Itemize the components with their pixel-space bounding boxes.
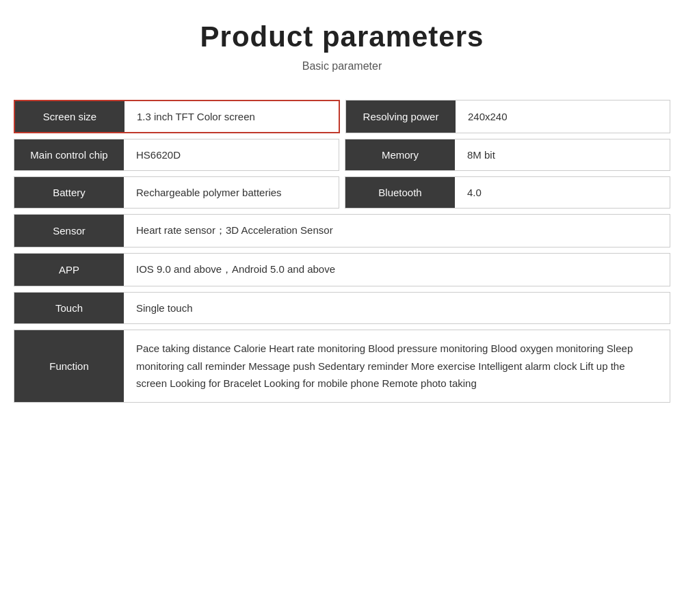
param-value-right-2: 4.0 bbox=[455, 177, 670, 208]
param-label-right-2: Bluetooth bbox=[345, 177, 455, 208]
param-cell-4: APPIOS 9.0 and above，Android 5.0 and abo… bbox=[14, 253, 670, 286]
param-row-0: Screen size1.3 inch TFT Color screenReso… bbox=[14, 100, 670, 133]
param-value-right-1: 8M bit bbox=[455, 139, 670, 170]
param-cell-left-2: BatteryRechargeable polymer batteries bbox=[14, 176, 339, 209]
param-cell-left-0: Screen size1.3 inch TFT Color screen bbox=[14, 100, 340, 133]
page-subtitle: Basic parameter bbox=[14, 60, 670, 72]
param-row-2: BatteryRechargeable polymer batteriesBlu… bbox=[14, 176, 670, 209]
param-value-4: IOS 9.0 and above，Android 5.0 and above bbox=[124, 254, 670, 286]
param-label-right-0: Resolving power bbox=[346, 101, 456, 133]
param-row-5: TouchSingle touch bbox=[14, 292, 670, 324]
param-cell-left-1: Main control chipHS6620D bbox=[14, 139, 339, 171]
param-cell-3: SensorHeart rate sensor；3D Acceleration … bbox=[14, 214, 670, 247]
param-row-4: APPIOS 9.0 and above，Android 5.0 and abo… bbox=[14, 253, 670, 286]
param-cell-right-1: Memory8M bit bbox=[345, 139, 670, 171]
param-row-1: Main control chipHS6620DMemory8M bit bbox=[14, 139, 670, 171]
param-label-left-0: Screen size bbox=[15, 101, 124, 132]
param-cell-right-0: Resolving power240x240 bbox=[345, 100, 670, 133]
param-label-5: Touch bbox=[14, 293, 124, 323]
param-label-6: Function bbox=[14, 330, 124, 402]
param-value-right-0: 240x240 bbox=[456, 101, 670, 133]
param-label-right-1: Memory bbox=[345, 139, 455, 170]
param-row-6: FunctionPace taking distance Calorie Hea… bbox=[14, 330, 670, 403]
param-cell-5: TouchSingle touch bbox=[14, 292, 670, 324]
param-value-3: Heart rate sensor；3D Acceleration Sensor bbox=[124, 215, 670, 247]
params-container: Screen size1.3 inch TFT Color screenReso… bbox=[14, 100, 670, 403]
param-label-left-1: Main control chip bbox=[14, 139, 124, 170]
param-value-5: Single touch bbox=[124, 293, 670, 323]
page-wrapper: Product parameters Basic parameter Scree… bbox=[14, 21, 670, 408]
param-cell-right-2: Bluetooth4.0 bbox=[345, 176, 670, 209]
param-value-left-1: HS6620D bbox=[124, 139, 339, 170]
param-label-3: Sensor bbox=[14, 215, 124, 247]
param-cell-6: FunctionPace taking distance Calorie Hea… bbox=[14, 330, 670, 403]
param-label-4: APP bbox=[14, 254, 124, 286]
param-label-left-2: Battery bbox=[14, 177, 124, 208]
param-value-left-0: 1.3 inch TFT Color screen bbox=[124, 101, 339, 132]
param-row-3: SensorHeart rate sensor；3D Acceleration … bbox=[14, 214, 670, 247]
param-value-left-2: Rechargeable polymer batteries bbox=[124, 177, 339, 208]
param-value-6: Pace taking distance Calorie Heart rate … bbox=[124, 330, 670, 402]
page-title: Product parameters bbox=[14, 21, 670, 53]
